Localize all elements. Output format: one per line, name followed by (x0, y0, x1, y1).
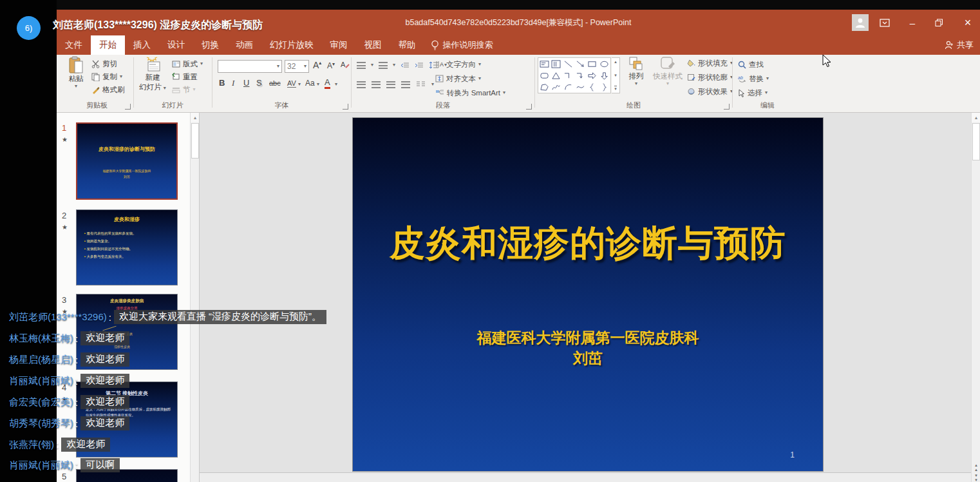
font-color-caret-icon[interactable]: ▾ (335, 81, 337, 87)
minimize-button[interactable]: – (900, 10, 925, 35)
account-avatar[interactable] (852, 14, 869, 31)
decrease-indent-button[interactable] (400, 62, 410, 69)
bold-button[interactable]: B (219, 78, 225, 88)
shape-right-arrow-icon[interactable] (587, 72, 597, 80)
shapes-scroll-up-icon[interactable]: ▴ (614, 59, 617, 64)
shape-triangle-icon[interactable] (551, 72, 561, 80)
viewer-count-badge[interactable]: 6) (17, 16, 41, 40)
thumbnail-slide-1[interactable]: 皮炎和湿疹的诊断与预防 福建医科大学附属第一医院皮肤科 刘茁 (76, 122, 178, 200)
tab-home[interactable]: 开始 (91, 35, 125, 55)
shape-arrow-icon[interactable] (576, 60, 585, 68)
shape-elbow-arrow-icon[interactable] (576, 72, 585, 80)
justify-button[interactable] (401, 81, 410, 88)
shapes-gallery-scroll[interactable]: ▴ ▾ ▾ (612, 57, 620, 93)
shapes-gallery[interactable] (538, 57, 611, 93)
columns-caret-icon[interactable]: ▾ (431, 82, 434, 87)
font-color-button[interactable]: A (325, 78, 330, 89)
shape-outline-button[interactable]: 形状轮廓▾ (687, 70, 733, 84)
canvas-scrollbar[interactable]: ▴ ▴▴ ▾▾ (971, 113, 980, 482)
font-dialog-launcher[interactable] (343, 104, 348, 110)
thumbnail-scrollbar-thumb[interactable] (191, 123, 199, 159)
bullets-button[interactable] (357, 62, 366, 69)
text-shadow-button[interactable]: S (256, 78, 262, 88)
bullets-caret-icon[interactable]: ▾ (371, 63, 373, 68)
share-button[interactable]: 共享 (945, 35, 974, 55)
shape-left-brace-icon[interactable] (587, 83, 597, 92)
align-left-button[interactable] (357, 81, 366, 88)
shape-textbox-icon[interactable] (540, 60, 549, 68)
tab-transitions[interactable]: 切换 (193, 35, 227, 55)
tab-animations[interactable]: 动画 (227, 35, 261, 55)
shape-oval-icon[interactable] (599, 60, 609, 68)
clipboard-dialog-launcher[interactable] (125, 104, 131, 110)
shape-down-arrow-icon[interactable] (599, 72, 609, 80)
arrange-button[interactable]: 排列 ▾ (624, 56, 648, 86)
canvas-scroll-up-icon[interactable]: ▴ (972, 113, 980, 122)
shrink-font-button[interactable]: A▾ (327, 61, 335, 70)
current-slide[interactable]: 皮炎和湿疹的诊断与预防 福建医科大学附属第一医院皮肤科 刘茁 1 (353, 118, 823, 471)
ribbon-display-options-button[interactable] (872, 10, 898, 35)
numbering-caret-icon[interactable]: ▾ (393, 63, 395, 68)
shape-curve-icon[interactable] (576, 83, 585, 92)
restore-button[interactable] (926, 10, 952, 35)
shapes-scroll-down-icon[interactable]: ▾ (614, 73, 617, 78)
convert-smartart-button[interactable]: 转换为 SmartArt▾ (435, 86, 505, 100)
quick-styles-button[interactable]: 快速样式 ▾ (651, 56, 684, 86)
shape-rounded-rectangle-icon[interactable] (540, 72, 549, 80)
increase-indent-button[interactable] (415, 62, 424, 69)
paste-button[interactable]: 粘贴 ▾ (63, 56, 89, 89)
select-button[interactable]: 选择 ▾ (738, 86, 769, 100)
find-button[interactable]: 查找 (738, 57, 769, 72)
shape-freeform-icon[interactable] (540, 83, 549, 92)
italic-button[interactable]: I (232, 78, 234, 88)
shape-line-icon[interactable] (563, 60, 573, 68)
shape-arc-icon[interactable] (563, 83, 573, 92)
format-painter-button[interactable]: 格式刷 (91, 83, 125, 96)
previous-slide-button[interactable]: ▴▴ (972, 463, 980, 472)
copy-button[interactable]: 复制 ▾ (91, 70, 125, 83)
tab-help[interactable]: 帮助 (390, 35, 424, 55)
thumbnail-scroll-up-icon[interactable]: ▴ (191, 113, 200, 122)
tab-view[interactable]: 视图 (356, 35, 390, 55)
slide-canvas[interactable]: 皮炎和湿疹的诊断与预防 福建医科大学附属第一医院皮肤科 刘茁 1 (200, 113, 971, 482)
shape-vertical-textbox-icon[interactable] (551, 60, 561, 68)
shape-effects-button[interactable]: 形状效果▾ (687, 84, 733, 99)
font-size-combobox[interactable]: 32▾ (285, 60, 309, 73)
new-slide-button[interactable]: 新建 幻灯片 ▾ (137, 56, 168, 92)
tab-design[interactable]: 设计 (159, 35, 193, 55)
align-text-button[interactable]: 对齐文本▾ (435, 72, 505, 86)
character-spacing-button[interactable]: AV ▾ (287, 79, 301, 87)
tell-me-search[interactable]: 操作说明搜索 (424, 35, 500, 55)
grow-font-button[interactable]: A▴ (313, 60, 321, 70)
paragraph-dialog-launcher[interactable] (526, 104, 532, 110)
drawing-dialog-launcher[interactable] (724, 104, 730, 110)
next-slide-button[interactable]: ▾▾ (972, 473, 980, 482)
tab-file[interactable]: 文件 (57, 35, 91, 55)
align-right-button[interactable] (386, 81, 395, 88)
tab-review[interactable]: 审阅 (322, 35, 356, 55)
underline-button[interactable]: U (243, 78, 249, 88)
strikethrough-button[interactable]: abc (269, 79, 281, 87)
shape-elbow-icon[interactable] (563, 72, 573, 80)
change-case-button[interactable]: Aa ▾ (305, 79, 319, 88)
numbering-button[interactable] (379, 62, 388, 69)
shape-fill-button[interactable]: 形状填充▾ (687, 56, 733, 70)
section-button[interactable]: 节 ▾ (172, 83, 203, 96)
replace-button[interactable]: ab 替换 ▾ (738, 72, 769, 86)
cut-button[interactable]: 剪切 (91, 57, 125, 70)
shape-right-brace-icon[interactable] (599, 83, 609, 92)
canvas-scrollbar-thumb[interactable] (972, 123, 980, 160)
close-button[interactable]: × (955, 10, 980, 35)
thumbnail-slide-2[interactable]: 皮炎和湿疹 ▪ 最有代表性的常见病和多发病。 ▪ 病因甚为复杂。 ▪ 发病机制目… (76, 209, 178, 285)
thumbnail-scrollbar[interactable]: ▴ (190, 113, 199, 482)
columns-button[interactable] (416, 81, 426, 88)
clear-formatting-button[interactable]: A (340, 60, 350, 72)
tab-insert[interactable]: 插入 (125, 35, 159, 55)
text-direction-button[interactable]: A 文字方向▾ (435, 57, 505, 72)
align-center-button[interactable] (372, 81, 381, 88)
shape-rectangle-icon[interactable] (587, 60, 597, 68)
shape-scribble-icon[interactable] (551, 83, 561, 92)
font-name-combobox[interactable]: ▾ (218, 60, 282, 73)
reset-button[interactable]: 重置 (172, 70, 203, 83)
shapes-more-icon[interactable]: ▾ (614, 86, 617, 92)
